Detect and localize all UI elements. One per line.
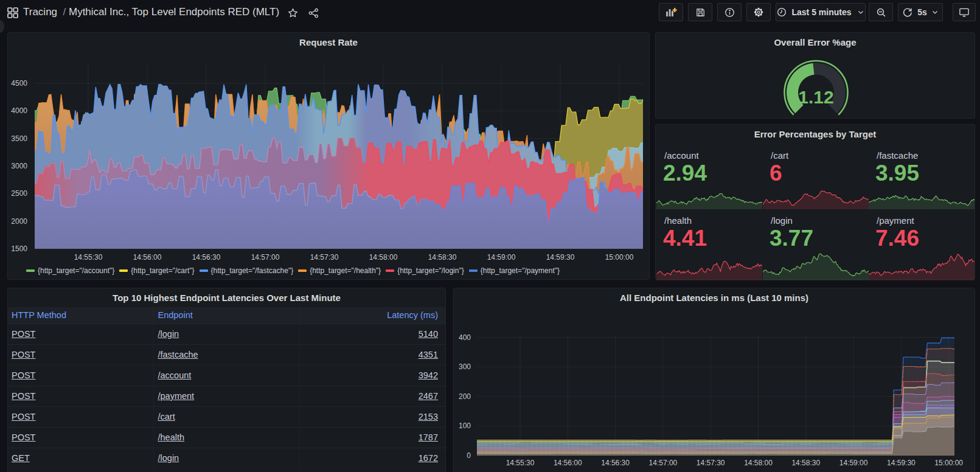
svg-text:14:58:30: 14:58:30	[428, 253, 457, 262]
svg-text:14:59:30: 14:59:30	[887, 459, 916, 467]
svg-text:14:56:30: 14:56:30	[192, 253, 221, 262]
svg-text:14:55:30: 14:55:30	[506, 459, 535, 467]
svg-text:14:59:00: 14:59:00	[839, 459, 868, 467]
svg-text:14:57:00: 14:57:00	[251, 253, 280, 262]
svg-text:3000: 3000	[11, 162, 27, 170]
svg-text:14:55:30: 14:55:30	[74, 253, 103, 262]
svg-text:14:56:00: 14:56:00	[133, 253, 162, 262]
svg-text:2000: 2000	[11, 217, 27, 226]
svg-text:14:58:30: 14:58:30	[791, 459, 820, 467]
svg-text:14:57:30: 14:57:30	[697, 459, 725, 467]
svg-text:4500: 4500	[11, 79, 27, 88]
svg-text:14:59:00: 14:59:00	[487, 253, 516, 262]
svg-text:1.12: 1.12	[798, 87, 833, 107]
svg-text:14:57:30: 14:57:30	[310, 253, 339, 262]
svg-text:15:00:00: 15:00:00	[934, 459, 963, 467]
svg-text:14:58:00: 14:58:00	[369, 253, 398, 262]
svg-text:300: 300	[459, 363, 471, 371]
svg-text:3500: 3500	[11, 134, 27, 143]
svg-text:14:56:00: 14:56:00	[554, 459, 582, 467]
svg-text:14:57:00: 14:57:00	[649, 459, 678, 467]
svg-text:1500: 1500	[11, 245, 27, 253]
svg-text:14:59:30: 14:59:30	[546, 253, 575, 262]
svg-text:400: 400	[459, 333, 471, 342]
svg-text:100: 100	[459, 422, 471, 430]
svg-text:0: 0	[467, 451, 471, 460]
svg-text:4000: 4000	[11, 106, 27, 115]
svg-text:200: 200	[459, 392, 471, 401]
svg-text:14:58:00: 14:58:00	[744, 459, 773, 467]
svg-text:2500: 2500	[11, 189, 27, 198]
svg-text:15:00:00: 15:00:00	[605, 253, 634, 262]
svg-text:14:56:30: 14:56:30	[601, 459, 630, 467]
